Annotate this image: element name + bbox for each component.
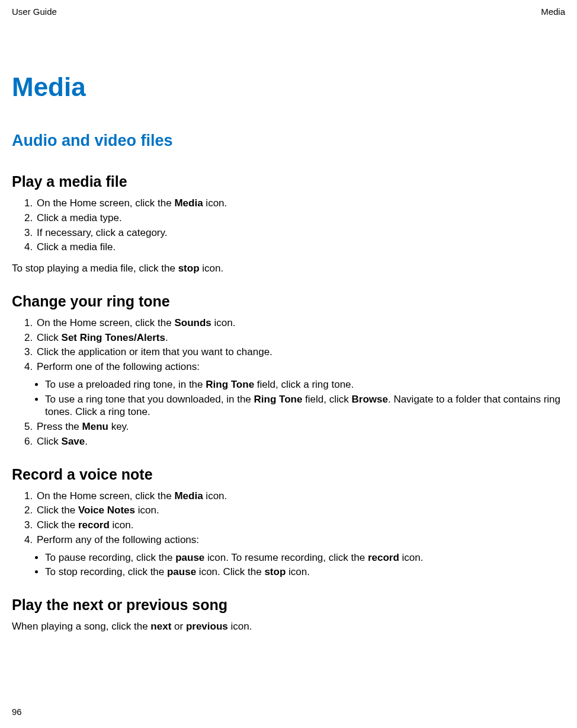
text: Click a media file. <box>37 241 116 253</box>
text: To use a ring tone that you downloaded, … <box>45 394 254 405</box>
text: icon. To resume recording, click the <box>204 552 368 563</box>
bold: Sounds <box>174 317 211 328</box>
header-right: Media <box>541 6 565 17</box>
list-item: To use a ring tone that you downloaded, … <box>45 393 565 419</box>
bold: Voice Notes <box>78 505 135 516</box>
text: Click <box>37 332 62 343</box>
heading-play-media: Play a media file <box>12 172 565 191</box>
list-item: Perform one of the following actions: <box>36 360 565 373</box>
bold: record <box>78 519 110 531</box>
bold: Ring Tone <box>206 379 254 390</box>
text: Click a media type. <box>37 212 122 223</box>
list-item: Click Save. <box>36 435 565 448</box>
section-title: Audio and video files <box>12 130 565 151</box>
bold: Set Ring Tones/Alerts <box>62 332 165 343</box>
list-item: Click the record icon. <box>36 519 565 532</box>
text: icon. Click the <box>196 566 264 577</box>
play-media-note: To stop playing a media file, click the … <box>12 262 565 275</box>
ring-tone-steps: On the Home screen, click the Sounds ico… <box>12 317 565 373</box>
bold: next <box>150 621 171 632</box>
list-item: On the Home screen, click the Media icon… <box>36 197 565 210</box>
bold: pause <box>167 566 196 577</box>
text: If necessary, click a category. <box>37 227 167 238</box>
text: icon. <box>399 552 424 563</box>
bold: pause <box>175 552 204 563</box>
page-header: User Guide Media <box>12 6 565 17</box>
page-title: Media <box>12 71 565 104</box>
text: When playing a song, click the <box>12 621 150 632</box>
text: Click the <box>37 505 78 516</box>
bold: stop <box>178 263 200 274</box>
list-item: To use a preloaded ring tone, in the Rin… <box>45 378 565 391</box>
list-item: Click the application or item that you w… <box>36 346 565 359</box>
bold: Ring Tone <box>254 394 303 405</box>
bold: record <box>368 552 399 563</box>
bold: Menu <box>82 421 108 432</box>
header-left: User Guide <box>12 6 57 17</box>
text: icon. <box>211 317 236 328</box>
list-item: Perform any of the following actions: <box>36 534 565 547</box>
text: field, click a ring tone. <box>254 379 354 390</box>
list-item: Press the Menu key. <box>36 420 565 433</box>
list-item: If necessary, click a category. <box>36 226 565 240</box>
list-item: Click the Voice Notes icon. <box>36 504 565 517</box>
bold: Browse <box>352 394 388 405</box>
record-voice-options: To pause recording, click the pause icon… <box>12 551 565 579</box>
bold: Media <box>174 197 203 209</box>
record-voice-steps: On the Home screen, click the Media icon… <box>12 490 565 547</box>
text: icon. <box>228 621 252 632</box>
bold: Save <box>62 436 85 447</box>
bold: Media <box>174 490 203 502</box>
list-item: Click Set Ring Tones/Alerts. <box>36 331 565 344</box>
text: On the Home screen, click the <box>37 490 174 502</box>
list-item: To stop recording, click the pause icon.… <box>45 566 565 579</box>
list-item: To pause recording, click the pause icon… <box>45 551 565 564</box>
list-item: On the Home screen, click the Media icon… <box>36 490 565 503</box>
text: or <box>171 621 186 632</box>
page-number: 96 <box>12 706 22 717</box>
bold: stop <box>264 566 286 577</box>
text: icon. <box>200 263 224 274</box>
ring-tone-options: To use a preloaded ring tone, in the Rin… <box>12 378 565 419</box>
bold: previous <box>186 621 228 632</box>
text: field, click <box>302 394 351 405</box>
heading-ring-tone: Change your ring tone <box>12 292 565 311</box>
ring-tone-steps-cont: Press the Menu key. Click Save. <box>12 420 565 448</box>
text: To stop playing a media file, click the <box>12 263 178 274</box>
text: On the Home screen, click the <box>37 317 174 328</box>
list-item: On the Home screen, click the Sounds ico… <box>36 317 565 330</box>
text: On the Home screen, click the <box>37 197 174 209</box>
list-item: Click a media type. <box>36 212 565 225</box>
text: icon. <box>203 490 227 502</box>
text: key. <box>108 421 129 432</box>
text: . <box>165 332 168 343</box>
heading-record-voice: Record a voice note <box>12 465 565 484</box>
text: To pause recording, click the <box>45 552 175 563</box>
text: Click the <box>37 519 78 531</box>
next-prev-text: When playing a song, click the next or p… <box>12 620 565 633</box>
play-media-steps: On the Home screen, click the Media icon… <box>12 197 565 254</box>
text: icon. <box>110 519 134 531</box>
heading-next-prev: Play the next or previous song <box>12 595 565 614</box>
text: icon. <box>203 197 227 209</box>
text: . <box>85 436 88 447</box>
text: Press the <box>37 421 82 432</box>
list-item: Click a media file. <box>36 241 565 254</box>
text: To stop recording, click the <box>45 566 167 577</box>
text: icon. <box>286 566 310 577</box>
text: Click <box>37 436 62 447</box>
text: To use a preloaded ring tone, in the <box>45 379 206 390</box>
text: icon. <box>135 505 159 516</box>
